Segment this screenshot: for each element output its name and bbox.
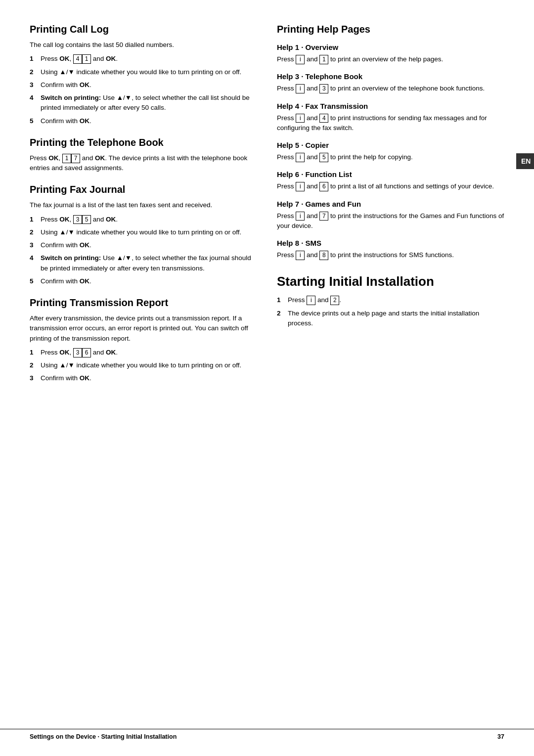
fax-journal-steps: 1 Press OK, 35 and OK. 2 Using ▲/▼ indic… <box>30 215 257 287</box>
step-content: Switch on printing: Use ▲/▼, to select w… <box>41 253 257 273</box>
step-item: 3 Confirm with OK. <box>30 373 257 383</box>
transmission-report-intro: After every transmission, the device pri… <box>30 313 257 344</box>
step-number: 2 <box>30 67 37 77</box>
step-number: 2 <box>277 309 284 329</box>
step-content: Confirm with OK. <box>41 80 257 90</box>
initial-installation-steps: 1 Press i and 2. 2 The device prints out… <box>277 295 504 328</box>
step-item: 4 Switch on printing: Use ▲/▼, to select… <box>30 253 257 273</box>
section-title-telephone-book: Printing the Telephone Book <box>30 137 257 148</box>
footer: Settings on the Device · Starting Initia… <box>0 729 534 740</box>
step-item: 2 Using ▲/▼ indicate whether you would l… <box>30 67 257 77</box>
step-number: 5 <box>30 116 37 126</box>
step-item: 2 Using ▲/▼ indicate whether you would l… <box>30 360 257 370</box>
step-number: 2 <box>30 227 37 237</box>
step-content: Using ▲/▼ indicate whether you would lik… <box>41 227 257 237</box>
step-number: 4 <box>30 93 37 113</box>
subsection-title-help8: Help 8 · SMS <box>277 239 504 247</box>
call-log-intro: The call log contains the last 50 dialle… <box>30 40 257 50</box>
help3-text: Press i and 3 to print an overview of th… <box>277 84 504 93</box>
section-title-fax-journal: Printing Fax Journal <box>30 184 257 195</box>
step-content: Confirm with OK. <box>41 240 257 250</box>
step-number: 2 <box>30 360 37 370</box>
step-item: 3 Confirm with OK. <box>30 240 257 250</box>
step-item: 1 Press i and 2. <box>277 295 504 305</box>
step-content: Press OK, 41 and OK. <box>41 54 257 64</box>
section-title-transmission-report: Printing Transmission Report <box>30 297 257 309</box>
help1-text: Press i and 1 to print an overview of th… <box>277 54 504 64</box>
footer-page-number: 37 <box>497 733 504 740</box>
subsection-title-help5: Help 5 · Copier <box>277 141 504 149</box>
step-number: 1 <box>30 348 37 357</box>
subsection-title-help3: Help 3 · Telephone Book <box>277 72 504 81</box>
step-number: 1 <box>30 215 37 224</box>
step-content: The device prints out a help page and st… <box>288 309 504 329</box>
step-item: 1 Press OK, 36 and OK. <box>30 348 257 357</box>
step-content: Using ▲/▼ indicate whether you would lik… <box>41 360 257 370</box>
help7-text: Press i and 7 to print the instructions … <box>277 211 504 231</box>
step-number: 1 <box>277 295 284 305</box>
help5-text: Press i and 5 to print the help for copy… <box>277 152 504 162</box>
step-number: 4 <box>30 253 37 273</box>
language-tab: EN <box>516 153 534 169</box>
subsection-title-help7: Help 7 · Games and Fun <box>277 200 504 208</box>
step-item: 4 Switch on printing: Use ▲/▼, to select… <box>30 93 257 113</box>
step-content: Using ▲/▼ indicate whether you would lik… <box>41 67 257 77</box>
step-item: 2 Using ▲/▼ indicate whether you would l… <box>30 227 257 237</box>
right-column: Printing Help Pages Help 1 · Overview Pr… <box>277 24 504 387</box>
step-content: Confirm with OK. <box>41 276 257 286</box>
footer-left-text: Settings on the Device · Starting Initia… <box>30 733 177 740</box>
section-title-help-pages: Printing Help Pages <box>277 24 504 35</box>
section-title-call-log: Printing Call Log <box>30 24 257 35</box>
step-item: 1 Press OK, 35 and OK. <box>30 215 257 224</box>
help4-text: Press i and 4 to print instructions for … <box>277 113 504 133</box>
subsection-title-help4: Help 4 · Fax Transmission <box>277 102 504 110</box>
two-column-layout: Printing Call Log The call log contains … <box>30 24 504 387</box>
step-item: 5 Confirm with OK. <box>30 276 257 286</box>
fax-journal-intro: The fax journal is a list of the last te… <box>30 200 257 210</box>
step-item: 5 Confirm with OK. <box>30 116 257 126</box>
step-item: 3 Confirm with OK. <box>30 80 257 90</box>
step-number: 3 <box>30 80 37 90</box>
step-number: 5 <box>30 276 37 286</box>
transmission-report-steps: 1 Press OK, 36 and OK. 2 Using ▲/▼ indic… <box>30 348 257 384</box>
step-content: Press i and 2. <box>288 295 504 305</box>
step-content: Switch on printing: Use ▲/▼, to select w… <box>41 93 257 113</box>
help6-text: Press i and 6 to print a list of all fun… <box>277 181 504 191</box>
section-title-initial-installation: Starting Initial Installation <box>277 274 504 289</box>
telephone-book-intro: Press OK, 17 and OK. The device prints a… <box>30 153 257 174</box>
step-item: 2 The device prints out a help page and … <box>277 309 504 329</box>
step-content: Confirm with OK. <box>41 116 257 126</box>
step-content: Press OK, 35 and OK. <box>41 215 257 224</box>
left-column: Printing Call Log The call log contains … <box>30 24 257 387</box>
subsection-title-help1: Help 1 · Overview <box>277 43 504 51</box>
step-content: Press OK, 36 and OK. <box>41 348 257 357</box>
step-number: 1 <box>30 54 37 64</box>
step-content: Confirm with OK. <box>41 373 257 383</box>
page: Printing Call Log The call log contains … <box>0 0 534 756</box>
help8-text: Press i and 8 to print the instructions … <box>277 250 504 260</box>
step-number: 3 <box>30 240 37 250</box>
step-item: 1 Press OK, 41 and OK. <box>30 54 257 64</box>
subsection-title-help6: Help 6 · Function List <box>277 170 504 178</box>
step-number: 3 <box>30 373 37 383</box>
call-log-steps: 1 Press OK, 41 and OK. 2 Using ▲/▼ indic… <box>30 54 257 126</box>
